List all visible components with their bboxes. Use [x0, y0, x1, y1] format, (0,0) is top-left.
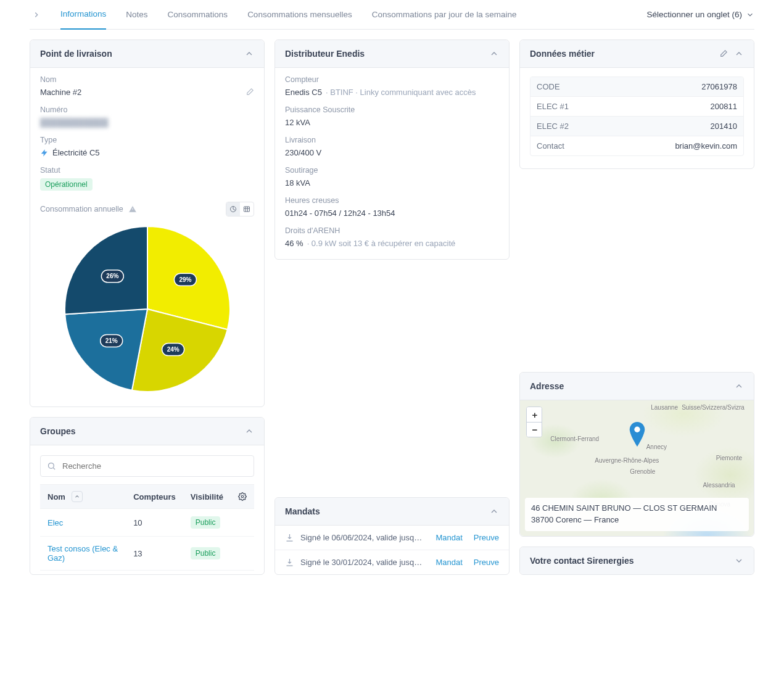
map-label: Piemonte: [716, 455, 742, 461]
map-pin-icon: [629, 422, 646, 447]
collapse-icon[interactable]: [244, 49, 254, 59]
tab-consommations-mensuelles[interactable]: Consommations mensuelles: [247, 0, 352, 30]
puissance-value: 12 kVA: [285, 118, 310, 127]
map-label: Lausanne: [651, 404, 678, 411]
mandat-link[interactable]: Mandat: [435, 558, 462, 567]
col-compteurs[interactable]: Compteurs: [126, 485, 183, 509]
chart-table-toggle: [226, 202, 254, 217]
collapse-icon[interactable]: [244, 426, 254, 436]
svg-rect-1: [244, 207, 250, 212]
download-icon[interactable]: [285, 558, 294, 567]
mandat-text: Signé le 06/06/2024, valide jusq…: [300, 533, 424, 542]
map-label: Clermont-Ferrand: [550, 435, 599, 442]
address-overlay: 46 CHEMIN SAINT BRUNO — CLOS ST GERMAIN …: [525, 498, 749, 531]
edit-business-icon[interactable]: [719, 49, 728, 59]
visibility-badge: Public: [191, 516, 221, 529]
cards-grid: Point de livraison Nom Machine #2 Numéro…: [30, 39, 754, 575]
card-title: Distributeur Enedis: [285, 49, 483, 59]
puissance-label: Puissance Souscrite: [285, 105, 499, 114]
svg-text:26%: 26%: [106, 273, 118, 279]
warning-icon: [128, 205, 137, 213]
hc-value: 01h24 - 07h54 / 12h24 - 13h54: [285, 208, 395, 218]
number-label: Numéro: [40, 105, 254, 114]
map-label: Alessandria: [703, 482, 735, 489]
arenh-detail: · 0.9 kW soit 13 € à récupérer en capaci…: [307, 239, 456, 248]
number-value: ████████████: [40, 118, 109, 127]
svg-text:29%: 29%: [179, 276, 191, 283]
preuve-link[interactable]: Preuve: [474, 558, 499, 567]
card-business-data: Données métier CODE27061978ELEC #1200811…: [519, 39, 754, 169]
compteur-value: Enedis C5: [285, 88, 322, 97]
group-compteurs: 10: [126, 509, 183, 537]
collapse-icon[interactable]: [489, 506, 499, 516]
expand-icon[interactable]: [734, 556, 744, 566]
chevron-down-icon: [746, 10, 754, 19]
search-icon: [47, 461, 56, 471]
sort-name-icon[interactable]: [72, 491, 83, 502]
card-distributor: Distributeur Enedis Compteur Enedis C5 ·…: [274, 39, 510, 260]
col-name[interactable]: Nom: [40, 485, 126, 509]
address-line2: 38700 Corenc — France: [531, 514, 743, 526]
mandat-link[interactable]: Mandat: [435, 533, 462, 542]
name-value: Machine #2: [40, 88, 81, 97]
business-row: ELEC #1200811: [530, 97, 743, 117]
toggle-chart-button[interactable]: [226, 202, 240, 216]
tab-consommations[interactable]: Consommations: [168, 0, 228, 30]
svg-point-10: [49, 463, 54, 469]
col-visibilite[interactable]: Visibilité: [183, 485, 231, 509]
mandat-row: Signé le 30/01/2024, valide jusq… Mandat…: [275, 550, 509, 574]
edit-name-icon[interactable]: [245, 88, 254, 97]
map-zoom-control: + −: [526, 407, 542, 437]
business-row: CODE27061978: [530, 77, 743, 97]
business-row: Contactbrian@kevin.com: [530, 136, 743, 155]
group-search-input[interactable]: [61, 461, 247, 471]
card-groups: Groupes Nom: [30, 417, 265, 575]
type-label: Type: [40, 136, 254, 144]
group-link[interactable]: Test consos (Elec & Gaz): [47, 544, 118, 563]
tab-scroll-right-icon[interactable]: [32, 10, 41, 19]
svg-point-12: [634, 426, 640, 432]
svg-text:21%: 21%: [105, 337, 117, 344]
name-label: Nom: [40, 75, 254, 84]
collapse-icon[interactable]: [734, 381, 744, 391]
business-row: ELEC #2201410: [530, 117, 743, 136]
card-delivery-point: Point de livraison Nom Machine #2 Numéro…: [30, 39, 265, 407]
group-link[interactable]: Elec: [47, 518, 63, 527]
bolt-icon: [40, 149, 49, 157]
map-label: Grenoble: [630, 468, 655, 475]
svg-point-11: [241, 495, 244, 498]
tab-informations[interactable]: Informations: [60, 0, 106, 30]
card-mandats: Mandats Signé le 06/06/2024, valide jusq…: [274, 497, 510, 575]
table-row: Elec 10 Public: [40, 509, 254, 537]
card-title: Mandats: [285, 506, 483, 516]
toggle-table-button[interactable]: [240, 202, 254, 216]
group-search[interactable]: [40, 455, 254, 477]
table-row: Test consos (Elec & Gaz) 13 Public: [40, 537, 254, 571]
tab-picker-dropdown[interactable]: Sélectionner un onglet (6): [646, 10, 754, 19]
tab-notes[interactable]: Notes: [126, 0, 147, 30]
col-settings[interactable]: [231, 485, 254, 509]
map-label: Auvergne-Rhône-Alpes: [595, 457, 659, 464]
gear-icon: [238, 492, 247, 501]
collapse-icon[interactable]: [489, 49, 499, 59]
map-label: Annecy: [646, 444, 667, 450]
svg-text:24%: 24%: [167, 346, 179, 353]
tab-consommations-jour-semaine[interactable]: Consommations par jour de la semaine: [372, 0, 517, 30]
map-zoom-in[interactable]: +: [527, 407, 542, 422]
preuve-link[interactable]: Preuve: [474, 533, 499, 542]
groups-table: Nom Compteurs Visibilité Elec 10 Public: [40, 484, 254, 571]
livraison-value: 230/400 V: [285, 148, 321, 157]
soutirage-value: 18 kVA: [285, 178, 310, 188]
annual-consumption-pie-chart: 29%24%21%26%: [40, 223, 254, 395]
download-icon[interactable]: [285, 533, 294, 542]
tab-picker-label: Sélectionner un onglet (6): [646, 10, 742, 19]
mandat-row: Signé le 06/06/2024, valide jusq… Mandat…: [275, 526, 509, 550]
collapse-icon[interactable]: [734, 49, 744, 59]
card-title: Groupes: [40, 426, 238, 436]
address-map[interactable]: + − Lausanne Suisse/Svizzera/Svizra Cler…: [520, 400, 754, 536]
annual-consumption-label: Consommation annuelle: [40, 205, 123, 213]
soutirage-label: Soutirage: [285, 166, 499, 175]
card-address: Adresse + − Lausanne Suisse/Svizzera/Svi…: [519, 372, 754, 537]
livraison-label: Livraison: [285, 136, 499, 144]
map-zoom-out[interactable]: −: [527, 422, 542, 437]
